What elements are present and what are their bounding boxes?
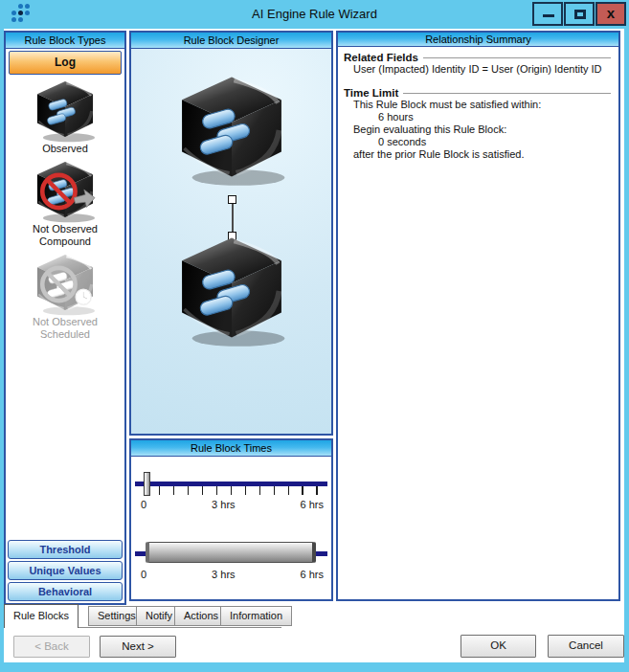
title-bar[interactable]: AI Engine Rule Wizard x xyxy=(0,0,629,29)
related-fields-value: User (Impacted) Identity ID = User (Orig… xyxy=(344,63,611,76)
within-label-mid: 3 hrs xyxy=(212,569,235,580)
within-slider-labels: 0 3 hrs 6 hrs xyxy=(141,569,324,580)
minimize-icon xyxy=(543,14,554,17)
section-divider xyxy=(403,93,611,94)
ok-button[interactable]: OK xyxy=(461,635,536,658)
rule-block-times-header: Rule Block Times xyxy=(131,440,331,457)
not-observed-scheduled-type-item: Not Observed Scheduled xyxy=(28,248,102,341)
begin-label-max: 6 hrs xyxy=(301,499,324,510)
maximize-icon xyxy=(574,10,586,19)
time-limit-value2: 0 seconds xyxy=(344,136,611,148)
begin-label-mid: 3 hrs xyxy=(212,499,235,510)
relationship-summary-header: Relationship Summary xyxy=(338,33,618,47)
observed-cube-icon xyxy=(28,79,102,143)
rule-block-designer-header: Rule Block Designer xyxy=(131,33,331,49)
maximize-button[interactable] xyxy=(564,2,595,26)
time-limit-line2: Begin evaluating this Rule Block: xyxy=(344,123,611,136)
behavioral-type-button[interactable]: Behavioral xyxy=(8,582,123,601)
time-limit-value1: 6 hours xyxy=(344,111,611,123)
rule-block-1-cube-icon[interactable] xyxy=(169,74,294,187)
not-observed-compound-type-item[interactable]: Not Observed Compound xyxy=(28,155,102,248)
not-observed-compound-label-line2: Compound xyxy=(33,235,98,248)
relationship-summary-panel: Relationship Summary Related Fields User… xyxy=(336,31,620,601)
next-button[interactable]: Next > xyxy=(100,636,176,658)
begin-label-0: 0 xyxy=(141,499,146,510)
close-button[interactable]: x xyxy=(595,2,626,26)
within-slider-range-bar[interactable] xyxy=(146,542,316,563)
threshold-type-button[interactable]: Threshold xyxy=(8,540,123,559)
begin-slider-thumb[interactable] xyxy=(144,472,150,496)
back-button[interactable]: < Back xyxy=(13,636,90,658)
not-observed-scheduled-label-line2: Scheduled xyxy=(33,328,98,341)
not-observed-compound-label-line1: Not Observed xyxy=(33,223,98,235)
section-divider xyxy=(423,57,611,58)
connector-handle-top[interactable] xyxy=(228,195,236,204)
observed-label: Observed xyxy=(42,143,88,154)
rule-block-designer-panel: Rule Block Designer xyxy=(129,31,333,436)
begin-slider-ticks xyxy=(145,486,318,495)
related-fields-section-title: Related Fields xyxy=(344,52,611,63)
within-label-max: 6 hrs xyxy=(301,569,324,580)
time-limit-line1: This Rule Block must be satisfied within… xyxy=(344,99,611,111)
rule-block-2-cube-icon[interactable] xyxy=(169,235,294,347)
ai-engine-rule-wizard-window: AI Engine Rule Wizard x Rule Block Types… xyxy=(0,0,629,672)
time-limit-line3: after the prior Rule Block is satisfied. xyxy=(344,148,611,161)
unique-values-type-button[interactable]: Unique Values xyxy=(8,561,123,580)
cancel-button[interactable]: Cancel xyxy=(548,635,624,658)
minimize-button[interactable] xyxy=(532,2,563,26)
time-limit-section-title: Time Limit xyxy=(344,87,611,99)
begin-slider-labels: 0 3 hrs 6 hrs xyxy=(141,499,324,510)
not-observed-compound-cube-icon xyxy=(28,160,102,223)
not-observed-scheduled-label-line1: Not Observed xyxy=(33,316,98,328)
observed-type-item[interactable]: Observed xyxy=(28,75,102,155)
not-observed-scheduled-cube-icon xyxy=(28,253,102,316)
rule-block-types-header: Rule Block Types xyxy=(6,33,124,49)
within-label-0: 0 xyxy=(141,569,146,580)
log-type-button[interactable]: Log xyxy=(9,51,122,75)
rule-block-types-panel: Rule Block Types Log Observed Not Observ… xyxy=(4,31,126,605)
designer-canvas[interactable] xyxy=(131,49,331,434)
tab-rule-blocks[interactable]: Rule Blocks xyxy=(4,604,79,628)
tab-information[interactable]: Information xyxy=(220,606,292,626)
rule-block-times-panel: Rule Block Times 0 3 hrs 6 hrs 0 3 hrs 6… xyxy=(129,438,333,601)
